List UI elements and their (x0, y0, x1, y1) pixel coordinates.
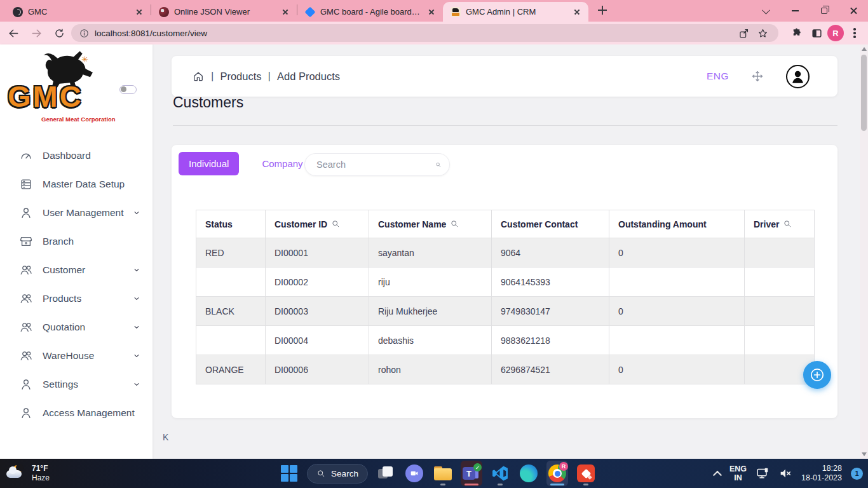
forward-button[interactable] (27, 24, 46, 43)
tab-close-icon[interactable] (426, 7, 437, 17)
tab-close-icon[interactable] (134, 7, 144, 17)
chevron-down-icon (132, 351, 141, 360)
column-search-icon[interactable] (450, 219, 459, 229)
address-bar[interactable]: localhost:8081/customer/view (71, 24, 778, 42)
file-explorer-button[interactable] (432, 461, 454, 486)
minimize-button[interactable] (780, 0, 810, 22)
scroll-up-icon[interactable] (862, 47, 867, 51)
user-avatar[interactable] (786, 65, 810, 88)
search-icon[interactable] (435, 159, 442, 171)
sidebar-item-dashboard[interactable]: Dashboard (0, 141, 153, 170)
sidebar-item-label: WareHouse (43, 350, 132, 362)
breadcrumb-add-products[interactable]: Add Products (277, 71, 340, 83)
system-tray: ENG IN 18:28 18-01-2023 1 (714, 459, 863, 488)
chat-button[interactable] (403, 461, 425, 486)
browser-menu-icon[interactable] (845, 24, 864, 43)
volume-muted-icon[interactable] (778, 466, 792, 480)
browser-tab-json-viewer[interactable]: Online JSON Viewer (151, 2, 297, 22)
cell-status: ORANGE (196, 355, 266, 384)
header-right: ENG (707, 65, 810, 88)
close-button[interactable] (839, 0, 868, 22)
start-button[interactable] (278, 461, 300, 486)
breadcrumb: | Products | Add Products (192, 70, 340, 83)
notification-badge[interactable]: 1 (851, 468, 863, 480)
sidebar-item-settings[interactable]: Settings (0, 370, 153, 398)
move-arrows-icon[interactable] (750, 69, 764, 83)
tray-date: 18-01-2023 (801, 473, 842, 483)
sidebar-item-branch[interactable]: Branch (0, 227, 153, 255)
column-search-icon[interactable] (331, 219, 341, 229)
language-selector[interactable]: ENG (707, 71, 729, 82)
column-search-icon[interactable] (783, 219, 792, 229)
cell-outstanding-amount: 0 (609, 355, 745, 384)
table-row[interactable]: RED DI00001 sayantan 9064 0 (196, 238, 815, 268)
chrome-button[interactable]: R (546, 461, 568, 486)
weather-temp: 71°F (32, 464, 50, 473)
share-icon[interactable] (734, 24, 753, 43)
side-panel-icon[interactable] (807, 24, 826, 43)
users-icon (19, 263, 33, 277)
cell-driver (745, 326, 815, 355)
breadcrumb-products[interactable]: Products (220, 71, 261, 83)
browser-profile-avatar[interactable]: R (827, 25, 844, 41)
sidebar-item-master-data-setup[interactable]: Master Data Setup (0, 170, 153, 198)
clock[interactable]: 18:28 18-01-2023 (801, 464, 842, 483)
sidebar-item-label: Customer (43, 264, 132, 276)
add-customer-fab[interactable] (803, 361, 831, 389)
vscode-button[interactable] (489, 461, 511, 486)
person-icon (789, 68, 806, 85)
browser-tab-gmc[interactable]: GMC (5, 2, 151, 22)
task-view-button[interactable] (375, 461, 397, 486)
app-header: | Products | Add Products ENG (172, 56, 837, 97)
sidebar-item-warehouse[interactable]: WareHouse (0, 341, 153, 370)
teams-button[interactable]: T ✓ (461, 461, 482, 486)
tab-close-icon[interactable] (572, 7, 582, 17)
sidebar-item-products[interactable]: Products (0, 284, 153, 313)
search-input[interactable] (316, 159, 435, 170)
extensions-icon[interactable] (787, 24, 806, 43)
moon-cloud-icon (6, 465, 25, 482)
red-diamond-app-button[interactable] (575, 461, 597, 486)
edge-button[interactable] (518, 461, 539, 486)
sidebar-nav: Dashboard Master Data Setup User Managem… (0, 141, 153, 427)
sidebar-toggle[interactable] (119, 85, 137, 94)
browser-tabstrip: GMC Online JSON Viewer GMC board - Agile… (0, 0, 868, 22)
reload-button[interactable] (50, 24, 69, 43)
new-tab-button[interactable] (593, 1, 611, 19)
gmc-logo[interactable]: ✳ GMC General Meat Corporation (6, 50, 121, 132)
restore-button[interactable] (810, 0, 839, 22)
table-row[interactable]: ORANGE DI00006 rohon 6296874521 0 (196, 355, 815, 384)
tab-individual[interactable]: Individual (179, 152, 239, 175)
tray-chevron-icon[interactable] (713, 471, 722, 480)
bookmark-star-icon[interactable] (753, 24, 772, 43)
page-scrollbar[interactable] (860, 44, 868, 459)
tab-company[interactable]: Company (254, 158, 310, 169)
taskbar-search[interactable]: Search (307, 464, 368, 484)
users-icon (19, 349, 33, 363)
table-row[interactable]: BLACK DI00003 Riju Mukherjee 9749830147 … (196, 297, 815, 326)
sidebar-item-customer[interactable]: Customer (0, 255, 153, 284)
tab-close-icon[interactable] (280, 7, 290, 17)
browser-tab-jira[interactable]: GMC board - Agile board - Jira (297, 2, 443, 22)
table-row[interactable]: DI00004 debashis 9883621218 (196, 326, 815, 355)
url-text: localhost:8081/customer/view (95, 29, 734, 38)
sidebar-item-label: Settings (43, 379, 132, 390)
weather-widget[interactable]: 71°F Haze (6, 459, 50, 488)
windows-icon (281, 465, 297, 482)
scroll-down-icon[interactable] (862, 452, 867, 456)
site-info-icon[interactable] (79, 28, 90, 39)
cell-customer-name: sayantan (369, 238, 492, 268)
scrollbar-thumb[interactable] (861, 55, 867, 131)
browser-tab-gmc-admin-active[interactable]: GMC Admin | CRM (443, 2, 588, 22)
table-row[interactable]: DI00002 riju 9064145393 (196, 268, 815, 297)
sidebar-item-user-management[interactable]: User Management (0, 198, 153, 227)
sidebar-item-quotation[interactable]: Quotation (0, 313, 153, 341)
language-indicator[interactable]: ENG IN (729, 464, 747, 482)
tab-search-chevron-button[interactable] (751, 0, 780, 22)
home-icon[interactable] (192, 70, 205, 83)
network-icon[interactable] (756, 466, 770, 480)
sidebar-item-access-management[interactable]: Access Management (0, 398, 153, 427)
taskbar: 71°F Haze Search T ✓ (0, 459, 868, 488)
back-button[interactable] (4, 24, 23, 43)
sidebar-item-label: Quotation (43, 322, 132, 333)
